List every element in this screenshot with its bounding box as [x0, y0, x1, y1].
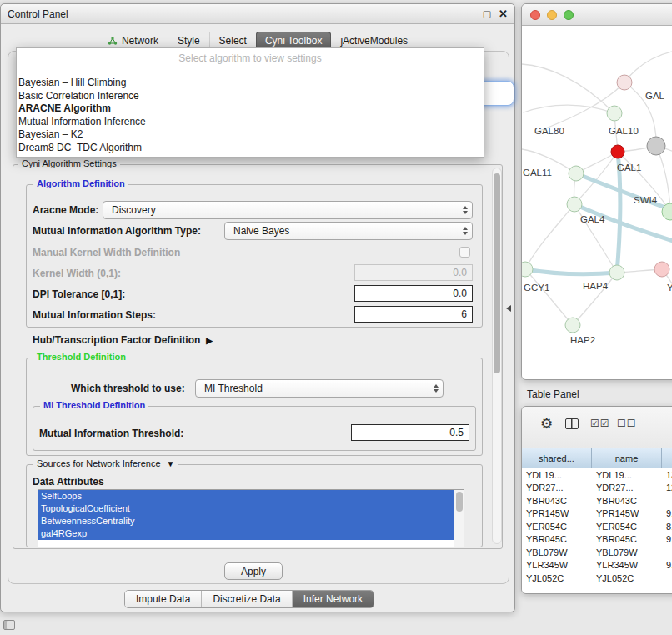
mi-steps-field[interactable]: 6 [354, 306, 473, 322]
panel-splitter-arrow-icon[interactable] [506, 305, 511, 312]
table-settings-gear-icon[interactable]: ⚙ [540, 415, 553, 432]
close-panel-icon[interactable]: ✕ [499, 8, 508, 20]
table-row[interactable]: YER054CYER054C8. [522, 520, 672, 533]
kernel-width-label: Kernel Width (0,1): [33, 268, 121, 279]
data-attribute-item[interactable]: SelfLoops [38, 490, 454, 502]
data-attributes-list[interactable]: SelfLoopsTopologicalCoefficientBetweenne… [38, 489, 464, 548]
node-label: GAL [645, 91, 664, 101]
sources-toggle[interactable]: Sources for Network Inference▼ [33, 458, 178, 468]
algorithm-option[interactable]: Mutual Information Inference [17, 116, 484, 129]
which-threshold-combobox[interactable]: MI Threshold [195, 379, 444, 398]
table-row[interactable]: YDR27...YDR27...12 [522, 482, 672, 495]
network-node[interactable] [567, 197, 582, 212]
network-edge[interactable] [525, 269, 617, 274]
algorithm-option[interactable]: Bayesian – K2 [17, 128, 484, 142]
tab-infer-network[interactable]: Infer Network [292, 591, 374, 608]
deselect-all-columns-icon[interactable]: ☐☐ [617, 418, 637, 429]
network-node[interactable] [609, 265, 624, 280]
network-edge[interactable] [525, 204, 574, 269]
mi-threshold-field[interactable]: 0.5 [351, 424, 469, 441]
table-row[interactable]: YBL079WYBL079W [522, 546, 672, 559]
control-panel-titlebar[interactable]: Control Panel ▢ ✕ [1, 4, 514, 24]
network-edge[interactable] [522, 64, 614, 113]
column-header-shared-name[interactable]: shared... [522, 448, 592, 468]
cyni-algorithm-settings-title: Cyni Algorithm Settings [18, 158, 120, 168]
table-cell: YBR043C [592, 496, 662, 506]
apply-button[interactable]: Apply [224, 562, 283, 580]
network-node[interactable] [565, 318, 580, 332]
collapse-down-icon: ▼ [167, 459, 175, 468]
table-row[interactable]: YLR345WYLR345W9. [522, 559, 672, 572]
data-attribute-item[interactable]: BetweennessCentrality [38, 515, 454, 528]
algorithm-option[interactable]: Bayesian – Hill Climbing [17, 77, 484, 90]
network-window-titlebar[interactable] [522, 4, 672, 26]
kernel-width-field: 0.0 [354, 264, 473, 281]
attributes-scrollbar-thumb[interactable] [456, 492, 463, 512]
table-row[interactable]: YDL19...YDL19...13 [522, 468, 672, 482]
table-row[interactable]: YBR045CYBR045C9. [522, 533, 672, 547]
table-panel-window: ⚙ ☑☑ ☐☐ shared... name YDL19...YDL19...1… [521, 406, 672, 594]
control-panel-window: Control Panel ▢ ✕ Network Style Select C… [0, 3, 515, 612]
data-attributes-label: Data Attributes [33, 476, 104, 488]
aracne-mode-label: Aracne Mode: [33, 204, 98, 216]
network-node[interactable] [617, 75, 632, 90]
column-header-name[interactable]: name [592, 448, 662, 468]
table-body: YDL19...YDL19...13YDR27...YDR27...12YBR0… [522, 468, 672, 593]
table-cell: YBL079W [522, 548, 592, 558]
table-toolbar: ⚙ ☑☑ ☐☐ [522, 407, 672, 448]
network-node[interactable] [611, 145, 624, 158]
select-all-columns-icon[interactable]: ☑☑ [590, 418, 610, 429]
network-edge[interactable] [525, 269, 573, 325]
algorithm-option[interactable]: Basic Correlation Inference [17, 90, 484, 103]
node-label: Y [667, 282, 672, 292]
dpi-tolerance-label: DPI Tolerance [0,1]: [33, 288, 125, 300]
expand-right-icon: ▶ [206, 336, 213, 345]
combo-arrows-icon [434, 384, 439, 392]
close-window-icon[interactable] [530, 10, 540, 20]
node-label: HAP2 [570, 335, 595, 345]
table-row[interactable]: YJL052CYJL052C [522, 572, 672, 585]
minimize-window-icon[interactable] [547, 10, 557, 20]
settings-scrollbar[interactable] [492, 168, 502, 544]
network-node[interactable] [522, 262, 533, 277]
table-cell: YBR045C [522, 534, 592, 544]
tab-discretize-data[interactable]: Discretize Data [201, 591, 291, 608]
tab-impute-data[interactable]: Impute Data [125, 591, 201, 608]
algorithm-dropdown-items: Bayesian – Hill ClimbingBasic Correlatio… [17, 77, 484, 154]
data-attribute-item[interactable]: gal4RGexp [38, 528, 454, 540]
mi-steps-label: Mutual Information Steps: [33, 309, 156, 321]
table-cell: 9. [662, 508, 672, 518]
algorithm-option[interactable]: ARACNE Algorithm [17, 102, 484, 116]
node-label: GAL1 [617, 162, 641, 172]
network-edge[interactable] [662, 269, 672, 326]
network-edge[interactable] [624, 49, 672, 82]
network-node[interactable] [607, 106, 622, 121]
dpi-tolerance-field[interactable]: 0.0 [354, 285, 473, 302]
docked-window-icon[interactable] [3, 620, 15, 630]
algorithm-option[interactable]: Dream8 DC_TDC Algorithm [17, 142, 484, 155]
float-panel-icon[interactable]: ▢ [483, 8, 491, 19]
network-canvas[interactable]: GALGAL80GAL10GAL11GAL1SWI4GAL4GCY1HAP4YH… [522, 26, 672, 379]
data-attribute-item[interactable]: TopologicalCoefficient [38, 502, 454, 515]
network-node[interactable] [647, 137, 665, 155]
combo-arrows-icon [463, 206, 468, 214]
bottom-tab-bar: Impute Data Discretize Data Infer Networ… [124, 590, 374, 608]
attributes-list-scrollbar[interactable] [454, 490, 464, 547]
network-node[interactable] [654, 262, 669, 277]
show-columns-icon[interactable] [565, 418, 579, 429]
column-header-extra[interactable] [662, 448, 672, 468]
table-header: shared... name [522, 448, 672, 468]
zoom-window-icon[interactable] [564, 10, 574, 20]
network-edge[interactable] [574, 204, 672, 247]
aracne-mode-combobox[interactable]: Discovery [103, 201, 473, 219]
table-row[interactable]: YBR043CYBR043C [522, 494, 672, 508]
table-row[interactable]: YPR145WYPR145W9. [522, 508, 672, 521]
mi-algorithm-type-combobox[interactable]: Naive Bayes [224, 222, 473, 240]
settings-scrollbar-thumb[interactable] [494, 173, 500, 373]
network-edge[interactable] [524, 105, 614, 113]
mi-algorithm-type-label: Mutual Information Algorithm Type: [33, 225, 201, 237]
table-cell: YDR27... [592, 482, 662, 492]
network-node[interactable] [569, 166, 584, 181]
manual-kernel-width-checkbox[interactable] [459, 247, 470, 258]
hub-definition-toggle[interactable]: Hub/Transcription Factor Definition▶ [33, 334, 213, 346]
